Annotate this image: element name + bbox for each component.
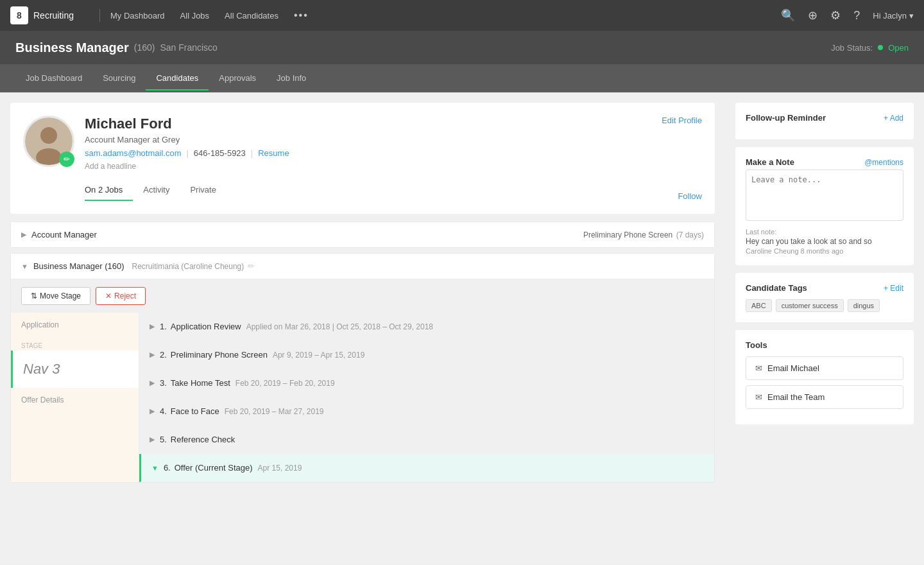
- tab-sourcing[interactable]: Sourcing: [92, 65, 146, 91]
- expanded-job-header[interactable]: ▼ Business Manager (160) Recruitimania (…: [11, 254, 714, 279]
- tags-header: Candidate Tags + Edit: [746, 283, 903, 293]
- tags-title: Candidate Tags: [746, 283, 807, 293]
- center-panel: ✏ Michael Ford Account Manager at Grey s…: [0, 92, 725, 565]
- search-icon[interactable]: 🔍: [781, 8, 795, 22]
- stage-chevron-1: ▶: [150, 322, 155, 331]
- edit-profile-button[interactable]: Edit Profile: [662, 116, 702, 125]
- stage-item-5[interactable]: ▶ 5. Reference Check: [139, 426, 714, 454]
- nav-all-jobs[interactable]: All Jobs: [180, 11, 210, 21]
- nav-my-dashboard[interactable]: My Dashboard: [110, 11, 165, 21]
- candidate-email[interactable]: sam.adams@hotmail.com: [85, 148, 181, 158]
- tab-job-dashboard[interactable]: Job Dashboard: [15, 65, 92, 91]
- job-actions: ⇅ Move Stage ✕ Reject: [11, 279, 714, 313]
- candidate-phone: 646-185-5923: [194, 148, 246, 158]
- expanded-job-title: Business Manager (160): [33, 261, 124, 271]
- stage-chevron-2: ▶: [150, 351, 155, 359]
- avatar-edit-button[interactable]: ✏: [59, 152, 74, 167]
- follow-up-reminder-section: Follow-up Reminder + Add: [735, 103, 914, 139]
- candidate-headline[interactable]: Add a headline: [85, 162, 702, 171]
- stage-nav-stage-label: Stage: [11, 337, 139, 351]
- tools-section: Tools ✉ Email Michael ✉ Email the Team: [735, 330, 914, 424]
- follow-button[interactable]: Follow: [678, 191, 702, 201]
- candidate-tags-section: Candidate Tags + Edit ABC customer succe…: [735, 273, 914, 322]
- chevron-right-icon: ▶: [21, 230, 26, 239]
- stage-nav-offer-details[interactable]: Offer Details: [11, 388, 139, 412]
- stage-item-6[interactable]: ▼ 6. Offer (Current Stage) Apr 15, 2019: [139, 454, 714, 482]
- stage-chevron-6: ▼: [151, 464, 158, 472]
- tag-abc[interactable]: ABC: [746, 299, 772, 312]
- cand-tab-private[interactable]: Private: [180, 178, 226, 201]
- tools-header: Tools: [746, 340, 903, 350]
- make-note-section: Make a Note @mentions Last note: Hey can…: [735, 147, 914, 265]
- last-note-label: Last note:: [746, 228, 903, 236]
- last-note-author: Caroline Cheung 8 months ago: [746, 247, 903, 255]
- email-icon-2: ✉: [755, 392, 762, 402]
- top-nav: 8 Recruiting My Dashboard All Jobs All C…: [0, 0, 924, 31]
- note-header: Make a Note @mentions: [746, 157, 903, 167]
- stage-item-4[interactable]: ▶ 4. Face to Face Feb 20, 2019 – Mar 27,…: [139, 397, 714, 426]
- add-icon[interactable]: ⊕: [808, 8, 817, 22]
- job-status-text: Open: [888, 43, 909, 53]
- tag-customer-success[interactable]: customer success: [776, 299, 844, 312]
- avatar-wrapper: ✏: [23, 116, 74, 167]
- email-michael-button[interactable]: ✉ Email Michael: [746, 356, 903, 380]
- expanded-job-row: ▼ Business Manager (160) Recruitimania (…: [10, 253, 715, 483]
- candidate-tabs: On 2 Jobs Activity Private: [85, 178, 702, 201]
- collapsed-job-title: Account Manager: [31, 230, 97, 239]
- settings-icon[interactable]: ⚙: [830, 8, 841, 22]
- move-stage-button[interactable]: ⇅ Move Stage: [21, 287, 90, 305]
- app-logo: 8: [10, 6, 28, 24]
- tools-title: Tools: [746, 340, 767, 350]
- note-title: Make a Note: [746, 157, 794, 167]
- tab-job-info[interactable]: Job Info: [266, 65, 316, 91]
- cand-tab-on-jobs[interactable]: On 2 Jobs: [85, 178, 133, 201]
- second-nav: Job Dashboard Sourcing Candidates Approv…: [0, 64, 924, 92]
- tags-container: ABC customer success dingus: [746, 299, 903, 312]
- candidate-contact: sam.adams@hotmail.com | 646-185-5923 | R…: [85, 148, 702, 158]
- tab-approvals[interactable]: Approvals: [209, 65, 266, 91]
- job-header: Business Manager (160) San Francisco Job…: [0, 31, 924, 64]
- follow-up-title: Follow-up Reminder: [746, 113, 826, 123]
- brand-name: Recruiting: [33, 10, 74, 21]
- collapsed-job-header[interactable]: ▶ Account Manager Preliminary Phone Scre…: [11, 222, 714, 247]
- candidate-resume-link[interactable]: Resume: [258, 148, 289, 158]
- recruiter-name: Recruitimania (Caroline Cheung): [132, 262, 244, 271]
- job-status-area: Job Status: Open: [831, 43, 909, 53]
- job-location: San Francisco: [160, 42, 217, 53]
- stage-item-3[interactable]: ▶ 3. Take Home Test Feb 20, 2019 – Feb 2…: [139, 369, 714, 397]
- job-status-label: Job Status:: [831, 43, 873, 53]
- stage-timeline: ▶ 1. Application Review Applied on Mar 2…: [139, 313, 714, 482]
- note-mentions[interactable]: @mentions: [864, 158, 903, 167]
- follow-up-header: Follow-up Reminder + Add: [746, 113, 903, 123]
- email-icon-1: ✉: [755, 363, 762, 373]
- collapsed-job-row: ▶ Account Manager Preliminary Phone Scre…: [10, 222, 715, 248]
- recruiter-info: Recruitimania (Caroline Cheung) ✏: [132, 261, 255, 271]
- profile-card: ✏ Michael Ford Account Manager at Grey s…: [10, 103, 715, 214]
- note-textarea[interactable]: [746, 170, 903, 221]
- stage-item-1[interactable]: ▶ 1. Application Review Applied on Mar 2…: [139, 313, 714, 341]
- collapsed-job-stage: Preliminary Phone Screen (7 days): [583, 230, 704, 239]
- help-icon[interactable]: ?: [853, 9, 860, 22]
- stage-nav-application[interactable]: Application: [11, 313, 139, 337]
- stage-chevron-3: ▶: [150, 379, 155, 387]
- tag-dingus[interactable]: dingus: [848, 299, 880, 312]
- job-title: Business Manager: [15, 40, 129, 55]
- nav-more[interactable]: •••: [294, 10, 309, 21]
- cand-tab-activity[interactable]: Activity: [133, 178, 180, 201]
- nav-all-candidates[interactable]: All Candidates: [225, 11, 278, 21]
- chevron-down-icon: ▼: [21, 263, 28, 270]
- follow-up-add-button[interactable]: + Add: [884, 114, 903, 123]
- stage-item-2[interactable]: ▶ 2. Preliminary Phone Screen Apr 9, 201…: [139, 341, 714, 369]
- stage-chevron-4: ▶: [150, 407, 155, 415]
- job-expanded-body: Application Stage Nav 3 Offer Details ▶ …: [11, 313, 714, 482]
- right-sidebar: Follow-up Reminder + Add Make a Note @me…: [725, 92, 924, 565]
- top-nav-right: 🔍 ⊕ ⚙ ? Hi Jaclyn ▾: [781, 8, 914, 22]
- reject-button[interactable]: ✕ Reject: [96, 287, 146, 305]
- svg-point-1: [40, 127, 57, 144]
- recruiter-edit-icon[interactable]: ✏: [248, 261, 255, 271]
- user-menu[interactable]: Hi Jaclyn ▾: [873, 11, 914, 21]
- tab-candidates[interactable]: Candidates: [146, 65, 209, 91]
- email-team-button[interactable]: ✉ Email the Team: [746, 385, 903, 409]
- tags-edit-button[interactable]: + Edit: [884, 284, 903, 293]
- stage-nav-current[interactable]: Nav 3: [11, 351, 139, 388]
